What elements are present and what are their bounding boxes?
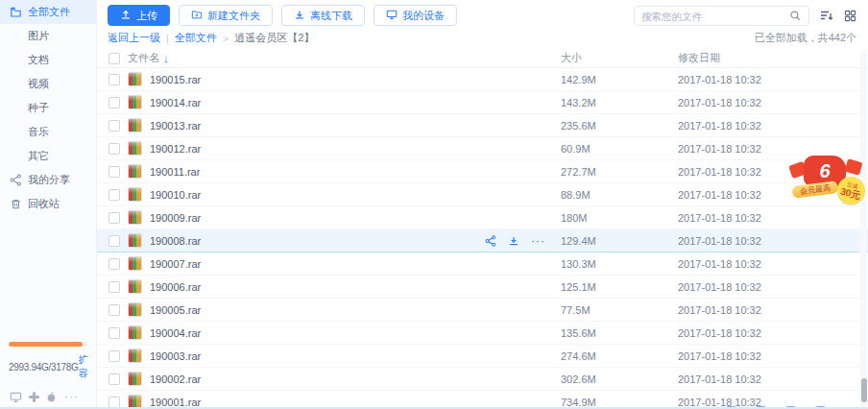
row-checkbox[interactable] xyxy=(108,397,120,408)
row-checkbox[interactable] xyxy=(108,120,120,132)
rar-file-icon xyxy=(128,72,142,86)
storage-bar xyxy=(9,342,87,347)
sort-desc-icon[interactable]: ↓ xyxy=(163,53,169,64)
my-devices-icon xyxy=(386,9,398,22)
table-row[interactable]: 190014.rar ··· 143.2M 2017-01-18 10 xyxy=(97,91,868,114)
file-list: 190015.rar ··· 142.9M 2017-01-18 10 xyxy=(97,68,868,409)
table-row[interactable]: 190004.rar ··· 135.6M 2017-01-18 10 xyxy=(97,322,868,345)
search-input[interactable] xyxy=(641,11,789,22)
main-panel: 上传 新建文件夹 离线下载 我的设备 xyxy=(97,0,868,409)
rar-file-icon xyxy=(128,325,142,340)
row-checkbox[interactable] xyxy=(108,166,120,178)
search-area xyxy=(634,6,856,26)
breadcrumb-back-link[interactable]: 返回上一级 xyxy=(108,31,160,45)
sidebar-item-documents[interactable]: 文档 xyxy=(0,48,96,72)
file-name[interactable]: 190008.rar xyxy=(150,235,201,247)
row-checkbox[interactable] xyxy=(108,235,120,247)
apple-client-icon[interactable] xyxy=(45,391,58,403)
client-apps-row: ··· xyxy=(0,391,88,403)
new-folder-button[interactable]: 新建文件夹 xyxy=(179,5,273,26)
sidebar-item-all-files[interactable]: 全部文件 xyxy=(0,0,96,24)
member-promo-badge[interactable]: 6 会员最高 立减 30元 xyxy=(788,156,867,211)
file-modified-date: 2017-01-18 10:32 xyxy=(678,235,868,247)
sidebar-item-recycle-bin[interactable]: 回收站 xyxy=(0,192,96,216)
offline-download-button[interactable]: 离线下载 xyxy=(281,5,365,26)
sidebar-item-torrents[interactable]: 种子 xyxy=(0,96,96,120)
scrollbar-thumb[interactable] xyxy=(861,378,867,402)
file-size: 60.9M xyxy=(561,143,678,155)
file-modified-date: 2017-01-18 10:32 xyxy=(678,350,868,362)
table-row[interactable]: 190003.rar ··· 274.6M 2017-01-18 10 xyxy=(97,345,868,368)
search-icon[interactable] xyxy=(789,10,802,22)
table-row[interactable]: 190012.rar ··· 60.9M 2017-01-18 10: xyxy=(97,137,868,160)
rar-file-icon xyxy=(128,372,142,386)
file-name[interactable]: 190011.rar xyxy=(150,166,200,178)
row-checkbox[interactable] xyxy=(108,281,120,293)
vertical-scrollbar[interactable] xyxy=(860,50,867,407)
desktop-client-icon[interactable] xyxy=(10,391,22,403)
row-checkbox[interactable] xyxy=(108,143,120,155)
my-devices-button[interactable]: 我的设备 xyxy=(374,5,457,26)
sidebar-item-others[interactable]: 其它 xyxy=(0,144,96,168)
file-name[interactable]: 190004.rar xyxy=(150,327,201,339)
file-name[interactable]: 190001.rar xyxy=(150,397,201,408)
table-row[interactable]: 190013.rar ··· 235.6M 2017-01-18 10 xyxy=(97,114,868,137)
more-clients-icon[interactable]: ··· xyxy=(64,392,79,402)
row-checkbox[interactable] xyxy=(108,74,120,85)
table-row[interactable]: 190009.rar ··· 180M 2017-01-18 10:3 xyxy=(97,206,868,229)
row-checkbox[interactable] xyxy=(108,97,120,108)
table-row[interactable]: 190005.rar ··· 77.5M 2017-01-18 10: xyxy=(97,299,868,322)
sidebar-item-label: 全部文件 xyxy=(28,5,70,19)
file-name[interactable]: 190010.rar xyxy=(150,189,201,201)
share-icon[interactable] xyxy=(485,235,496,247)
row-checkbox[interactable] xyxy=(108,350,120,362)
file-name[interactable]: 190002.rar xyxy=(150,373,201,385)
column-header-name[interactable]: 文件名 xyxy=(128,51,159,65)
sort-list-icon[interactable] xyxy=(820,10,833,22)
sidebar-item-videos[interactable]: 视频 xyxy=(0,72,96,96)
file-size: 180M xyxy=(561,212,678,224)
android-client-icon[interactable] xyxy=(29,392,39,402)
row-checkbox[interactable] xyxy=(108,373,120,385)
file-name[interactable]: 190015.rar xyxy=(150,74,201,85)
more-actions-icon[interactable]: ··· xyxy=(531,236,545,246)
row-checkbox[interactable] xyxy=(108,304,120,316)
file-modified-date: 2017-01-18 10:32 xyxy=(678,143,868,155)
upload-button[interactable]: 上传 xyxy=(108,5,170,26)
table-row[interactable]: 190010.rar ··· 88.9M 2017-01-18 10: xyxy=(97,183,868,206)
file-name[interactable]: 190009.rar xyxy=(150,212,201,224)
file-size: 88.9M xyxy=(561,189,678,201)
file-name[interactable]: 190007.rar xyxy=(150,258,201,270)
file-modified-date: 2017-01-18 10:32 xyxy=(678,212,868,224)
file-name[interactable]: 190006.rar xyxy=(150,281,201,293)
grid-view-icon[interactable] xyxy=(844,10,856,22)
row-checkbox[interactable] xyxy=(108,189,120,201)
row-checkbox[interactable] xyxy=(108,327,120,339)
file-name[interactable]: 190003.rar xyxy=(150,350,201,362)
file-name[interactable]: 190014.rar xyxy=(150,97,201,108)
sidebar-item-my-shares[interactable]: 我的分享 xyxy=(0,168,96,192)
table-row[interactable]: 190008.rar ··· 129.4M 2017-01-18 10 xyxy=(97,229,868,253)
sidebar-item-images[interactable]: 图片 xyxy=(0,24,96,48)
sidebar-item-music[interactable]: 音乐 xyxy=(0,120,96,144)
table-header: 文件名 ↓ 大小 修改日期 xyxy=(97,49,868,68)
expand-storage-link[interactable]: 扩容 xyxy=(79,353,88,380)
table-row[interactable]: 190015.rar ··· 142.9M 2017-01-18 10 xyxy=(97,68,868,91)
table-row[interactable]: 190006.rar ··· 125.1M 2017-01-18 10 xyxy=(97,276,868,299)
column-header-modified[interactable]: 修改日期 xyxy=(678,51,868,65)
select-all-checkbox[interactable] xyxy=(108,53,120,64)
rar-file-icon xyxy=(128,302,142,317)
download-icon[interactable] xyxy=(508,235,519,247)
row-checkbox[interactable] xyxy=(108,258,120,270)
table-row[interactable]: 190011.rar ··· 272.7M 2017-01-18 10 xyxy=(97,160,868,183)
breadcrumb-root-link[interactable]: 全部文件 xyxy=(175,31,217,45)
column-header-size[interactable]: 大小 xyxy=(561,51,678,65)
rar-file-icon xyxy=(128,256,142,271)
table-row[interactable]: 190002.rar ··· 302.6M 2017-01-18 10 xyxy=(97,368,868,391)
file-modified-date: 2017-01-18 10:32 xyxy=(678,97,868,108)
table-row[interactable]: 190007.rar ··· 130.3M 2017-01-18 10 xyxy=(97,253,868,276)
file-name[interactable]: 190005.rar xyxy=(150,304,201,316)
row-checkbox[interactable] xyxy=(108,212,120,224)
file-name[interactable]: 190012.rar xyxy=(150,143,201,155)
file-name[interactable]: 190013.rar xyxy=(150,120,201,132)
